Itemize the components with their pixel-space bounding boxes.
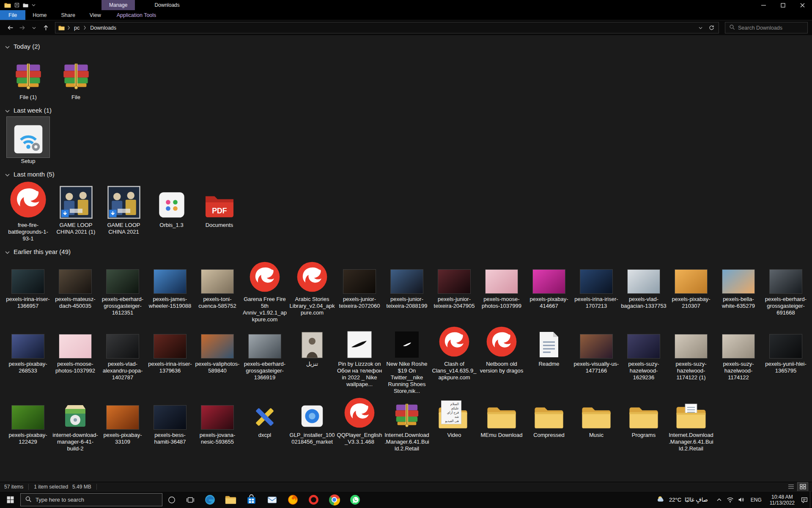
file-item[interactable]: pexels-vlad-alexandru-popa-1402787: [99, 323, 146, 381]
cortana-icon[interactable]: [162, 491, 181, 508]
file-item[interactable]: free-fire-battlegrounds-1-93-1: [4, 181, 52, 242]
taskbar-app-edge[interactable]: [200, 491, 220, 508]
forward-button[interactable]: [16, 22, 28, 34]
file-item[interactable]: GAME LOOP CHINA 2021 (1): [52, 181, 100, 235]
file-item[interactable]: pexels-irina-iriser-1707213: [573, 258, 620, 309]
large-icons-view-icon[interactable]: [798, 483, 808, 491]
file-item[interactable]: pexels-bella-white-635279: [715, 258, 762, 309]
file-item[interactable]: pexels-pixabay-414667: [525, 258, 573, 309]
file-item[interactable]: pexels-eberhard-grossgasteiger-691668: [762, 258, 809, 316]
properties-icon[interactable]: [14, 3, 19, 8]
action-center-icon[interactable]: [799, 491, 810, 508]
taskbar-app-explorer[interactable]: [220, 491, 241, 508]
hidden-icons-chevron-icon[interactable]: [714, 491, 725, 508]
language-indicator[interactable]: ENG: [747, 497, 765, 503]
tab-view[interactable]: View: [82, 10, 108, 20]
group-header[interactable]: Last month (5): [5, 170, 812, 178]
network-icon[interactable]: [725, 491, 736, 508]
file-item[interactable]: MEmu Download: [478, 394, 525, 439]
breadcrumb-pc[interactable]: pc: [71, 25, 82, 31]
file-list-area[interactable]: Today (2)File (1)FileLast week (1)SetupL…: [0, 35, 812, 482]
file-item[interactable]: pexels-visually-us-1477166: [573, 323, 620, 374]
start-button[interactable]: [0, 491, 20, 508]
maximize-button[interactable]: [773, 0, 793, 10]
taskbar-app-mail[interactable]: [262, 491, 283, 508]
file-item[interactable]: Garena Free Fire 5th Anniv_v1.92.1_apkpu…: [241, 258, 288, 323]
weather-widget[interactable]: 22°C صافٍ غالبًا: [651, 495, 714, 505]
file-item[interactable]: pexels-mateusz-dach-450035: [52, 258, 99, 309]
address-dropdown-chevron-icon[interactable]: [695, 22, 706, 33]
tab-file[interactable]: File: [0, 10, 25, 20]
file-item[interactable]: Clash of Clans_v14.635.9_apkpure.com: [431, 323, 478, 381]
group-header[interactable]: Today (2): [5, 42, 812, 50]
file-item[interactable]: File: [52, 53, 100, 101]
minimize-button[interactable]: [754, 0, 773, 10]
file-item[interactable]: Orbis_1.3: [148, 181, 195, 229]
up-button[interactable]: [40, 22, 52, 34]
file-item[interactable]: Arabic Stories Library_v2.04_apkpure.com: [288, 258, 336, 316]
search-input[interactable]: Search Downloads: [725, 22, 808, 33]
file-item[interactable]: PDFDocuments: [195, 181, 243, 229]
clock[interactable]: 10:48 AM 11/13/2022: [765, 494, 799, 506]
file-item[interactable]: pexels-pixabay-33109: [99, 394, 146, 445]
file-item[interactable]: pexels-jovana-nesic-593655: [194, 394, 241, 445]
taskbar-app-chrome[interactable]: [324, 491, 345, 508]
file-item[interactable]: pexels-irina-iriser-1366957: [4, 258, 52, 309]
refresh-icon[interactable]: [706, 22, 717, 33]
taskbar-app-whatsapp[interactable]: [345, 491, 365, 508]
file-item[interactable]: pexels-yunii-hlei-1365795: [762, 323, 809, 374]
taskbar-app-firefox[interactable]: [283, 491, 303, 508]
file-item[interactable]: Readme: [525, 323, 573, 367]
file-item[interactable]: Setup: [4, 117, 52, 165]
address-bar[interactable]: pc Downloads: [55, 22, 719, 33]
file-item[interactable]: pexels-moose-photos-1037999: [478, 258, 525, 309]
file-item[interactable]: Programs: [620, 394, 667, 439]
file-item[interactable]: dxcpl: [241, 394, 288, 439]
file-item[interactable]: pexels-junior-teixeira-2047905: [431, 258, 478, 309]
file-item[interactable]: pexels-junior-teixeira-2072060: [336, 258, 383, 309]
file-item[interactable]: pexels-toni-cuenca-585752: [194, 258, 241, 309]
file-item[interactable]: pexels-eberhard-grossgasteiger-1612351: [99, 258, 146, 316]
file-item[interactable]: pexels-pixabay-268533: [4, 323, 52, 374]
file-item[interactable]: QQPlayer_English_V3.3.1.468: [336, 394, 383, 445]
file-item[interactable]: Netboom old version by dragos: [478, 323, 525, 374]
file-item[interactable]: New Nike Roshe $19 On Twitter__nike Runn…: [383, 323, 431, 394]
group-header[interactable]: Last week (1): [5, 106, 812, 114]
group-header[interactable]: Earlier this year (49): [5, 247, 812, 256]
tab-home[interactable]: Home: [25, 10, 54, 20]
file-item[interactable]: File (1): [4, 53, 52, 101]
back-button[interactable]: [4, 22, 16, 34]
file-item[interactable]: Compressed: [525, 394, 573, 439]
new-folder-icon[interactable]: [23, 3, 28, 8]
taskbar-app-store[interactable]: [241, 491, 262, 508]
file-item[interactable]: pexels-james-wheeler-1519088: [146, 258, 194, 309]
manage-contextual-tab[interactable]: Manage: [102, 0, 135, 10]
details-view-icon[interactable]: [786, 483, 796, 491]
file-item[interactable]: Internet.Download.Manager.6.41.Build.2.R…: [383, 394, 431, 452]
file-item[interactable]: pexels-bess-hamiti-36487: [146, 394, 194, 445]
file-item[interactable]: GLP_installer_1000218456_market: [288, 394, 336, 445]
close-button[interactable]: [793, 0, 812, 10]
breadcrumb-downloads[interactable]: Downloads: [88, 25, 119, 31]
file-item[interactable]: pexels-eberhard-grossgasteiger-1366919: [241, 323, 288, 381]
volume-icon[interactable]: [736, 491, 747, 508]
tab-application-tools[interactable]: Application Tools: [110, 10, 163, 20]
file-item[interactable]: pexels-suzy-hazelwood-1629236: [620, 323, 667, 381]
taskbar-app-opera[interactable]: [303, 491, 324, 508]
file-item[interactable]: pexels-pixabay-122429: [4, 394, 52, 445]
file-item[interactable]: السلام عليكمفرح أراى شدهى الفيديوVideo: [431, 394, 478, 439]
file-item[interactable]: pexels-suzy-hazelwood-1174122: [715, 323, 762, 381]
file-item[interactable]: internet-download-manager-6-41-build-2: [52, 394, 99, 452]
taskbar-search-input[interactable]: Type here to search: [20, 493, 162, 506]
tab-share[interactable]: Share: [54, 10, 82, 20]
qat-customize-chevron-icon[interactable]: [32, 4, 36, 6]
file-item[interactable]: Internet.Download.Manager.6.41.Build.2.R…: [667, 394, 715, 452]
file-item[interactable]: pexels-junior-teixeira-2088199: [383, 258, 431, 309]
recent-locations-chevron-icon[interactable]: [28, 22, 40, 34]
file-item[interactable]: Music: [573, 394, 620, 439]
show-desktop-button[interactable]: [810, 491, 812, 508]
file-item[interactable]: pexels-moose-photos-1037992: [52, 323, 99, 374]
task-view-icon[interactable]: [181, 491, 200, 508]
file-item[interactable]: pexels-suzy-hazelwood-1174122 (1): [667, 323, 715, 381]
file-item[interactable]: pexels-pixabay-210307: [667, 258, 715, 309]
